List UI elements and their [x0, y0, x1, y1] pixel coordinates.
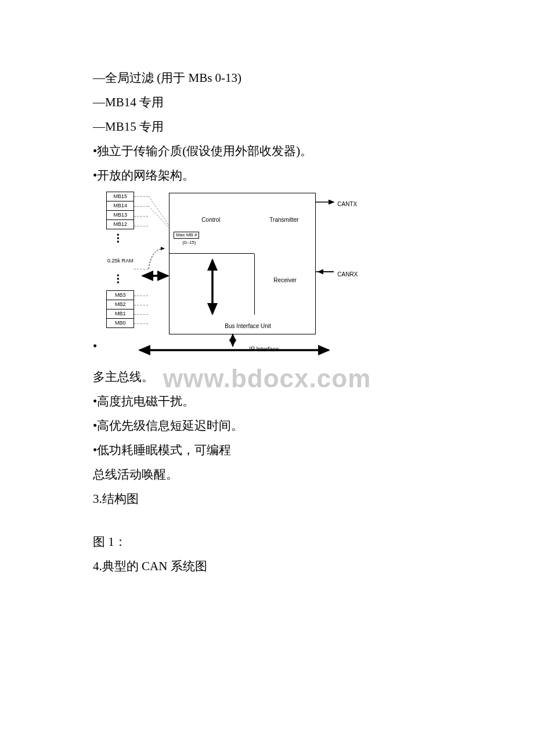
left-lower-block	[169, 254, 255, 315]
receiver-block: Receiver	[254, 254, 316, 315]
text-line-filter-global: —全局过滤 (用于 MBs 0-13)	[93, 67, 453, 90]
mb14-box: MB14	[106, 201, 134, 211]
mb0-box: MB0	[106, 318, 134, 328]
mb13-box: MB13	[106, 210, 134, 220]
text-line-bus-wake: 总线活动唤醒。	[93, 463, 453, 487]
mb-stack: MB15 MB14 MB13 MB12	[106, 192, 134, 229]
mb1-box: MB1	[106, 309, 134, 319]
document-content: —全局过滤 (用于 MBs 0-13) —MB14 专用 —MB15 专用 •独…	[93, 67, 453, 578]
text-line-low-power: •低功耗睡眠模式，可编程	[93, 439, 453, 462]
text-line-mb14: —MB14 专用	[93, 91, 453, 114]
mb15-box: MB15	[106, 192, 134, 201]
bus-label: Bus Interface Unit	[225, 321, 270, 332]
mb2-box: MB2	[106, 300, 134, 309]
dots-upper: •••	[117, 233, 119, 244]
svg-line-0	[149, 196, 169, 225]
mb3-box: MB3	[106, 290, 134, 300]
text-line-emi: •高度抗电磁干扰。	[93, 390, 453, 413]
bus-interface-block: Bus Interface Unit	[169, 315, 316, 334]
transmitter-block: Transmitter	[254, 193, 316, 254]
dash-line	[134, 226, 148, 226]
transmitter-label: Transmitter	[269, 214, 298, 225]
blank-line	[93, 512, 453, 530]
dash-line	[134, 196, 148, 197]
dash-line	[134, 296, 148, 296]
text-line-multi-master: 多主总线。	[93, 366, 453, 389]
text-line-open-network: •开放的网络架构。	[93, 164, 453, 188]
block-diagram: MB15 MB14 MB13 MB12 ••• 0.25k RAM ••• MB…	[99, 190, 366, 365]
dash-line	[134, 314, 148, 315]
dash-line	[134, 305, 148, 305]
svg-line-1	[149, 206, 169, 228]
canrx-label: CANRX	[337, 269, 358, 280]
maxmb-range: (0–15)	[182, 238, 196, 247]
ram-label: 0.25k RAM	[106, 258, 135, 264]
text-line-structure-heading: 3.结构图	[93, 488, 453, 511]
dash-line	[134, 323, 148, 324]
text-line-priority-delay: •高优先级信息短延迟时间。	[93, 415, 453, 438]
receiver-label: Receiver	[273, 275, 296, 286]
bullet-icon: •	[93, 335, 97, 358]
dash-line	[134, 206, 148, 207]
cantx-label: CANTX	[337, 199, 357, 210]
text-line-media-independent: •独立于传输介质(假设使用外部收发器)。	[93, 140, 453, 163]
mb12-box: MB12	[106, 219, 134, 229]
dash-line	[134, 216, 148, 217]
text-line-figure1: 图 1：	[93, 531, 453, 554]
diagram-row: • MB15 MB14 MB13 MB12 ••• 0.25k RAM ••• …	[93, 190, 453, 365]
ip-interface-label: IP Interface	[249, 344, 279, 355]
dots-lower: •••	[117, 274, 119, 285]
mb-stack-lower: MB3 MB2 MB1 MB0	[106, 290, 134, 327]
text-line-mb15: —MB15 专用	[93, 116, 453, 139]
control-label: Control	[201, 214, 220, 225]
text-line-can-system-heading: 4.典型的 CAN 系统图	[93, 555, 453, 578]
dash-line	[134, 269, 148, 269]
